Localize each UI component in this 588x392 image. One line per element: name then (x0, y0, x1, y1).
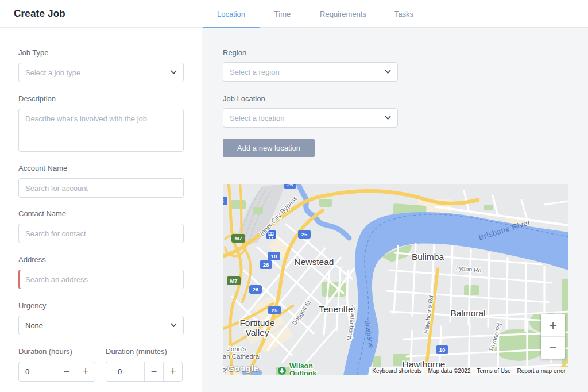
job-location-placeholder: Select a location (230, 114, 284, 122)
map-data-copyright: Map data ©2022 (425, 367, 474, 375)
suburb-label-bulimba: Bulimba (412, 252, 444, 262)
urgency-select[interactable]: None (18, 316, 184, 335)
create-job-screen: Create Job Job Type Select a job type De… (0, 0, 588, 392)
svg-text:10: 10 (439, 347, 446, 353)
tab-bar: Location Time Requirements Tasks (202, 0, 588, 28)
job-type-label: Job Type (18, 48, 49, 57)
suburb-label-teneriffe: Teneriffe (319, 304, 353, 314)
description-label: Description (18, 94, 56, 103)
poi-label-outlook: Outlook (289, 370, 316, 375)
hours-increment-button[interactable]: + (76, 362, 95, 381)
report-map-error-link[interactable]: Report a map error (514, 367, 568, 375)
job-type-select[interactable]: Select a job type (18, 63, 184, 82)
map-canvas: 26 25 10 26 26 25 10 5 (223, 184, 568, 375)
region-select[interactable]: Select a region (223, 62, 398, 82)
route-shield-25: 25 (298, 230, 311, 239)
chevron-down-icon (385, 70, 391, 74)
urgency-label: Urgency (18, 301, 46, 310)
urgency-value: None (25, 321, 43, 330)
add-new-location-button[interactable]: Add a new location (223, 139, 315, 157)
suburb-label-newstead: Newstead (295, 257, 334, 267)
duration-hours-value[interactable]: 0 (19, 362, 57, 381)
svg-text:25: 25 (301, 231, 308, 237)
page-title: Create Job (14, 8, 65, 20)
minutes-increment-button[interactable]: + (163, 362, 182, 381)
poi-label-wilson: Wilson (289, 362, 313, 370)
account-search-input[interactable] (18, 178, 184, 198)
chevron-down-icon (385, 116, 391, 120)
region-label: Region (223, 48, 246, 57)
poi-label-cathedral-2: can Cathedral (223, 353, 261, 360)
minutes-decrement-button[interactable]: − (144, 362, 163, 381)
route-shield-10: 10 (268, 252, 280, 260)
job-type-placeholder: Select a job type (25, 68, 80, 77)
create-job-panel: Create Job Job Type Select a job type De… (0, 0, 202, 392)
route-shield-26: 26 (260, 260, 272, 269)
svg-text:26: 26 (263, 262, 269, 268)
svg-text:M7: M7 (230, 278, 237, 284)
panel-header: Create Job (0, 0, 202, 28)
chevron-down-icon (171, 70, 177, 75)
description-textarea[interactable] (18, 109, 184, 152)
tab-time[interactable]: Time (260, 0, 305, 28)
hours-decrement-button[interactable]: − (57, 362, 76, 381)
chevron-down-icon (171, 323, 177, 328)
tab-tasks[interactable]: Tasks (381, 0, 427, 28)
region-placeholder: Select a region (230, 68, 280, 76)
suburb-label-valley: Valley (245, 328, 269, 337)
route-shield-26-top: 26 (284, 184, 296, 189)
route-shield-26-lower: 26 (249, 285, 262, 294)
contact-name-label: Contact Name (18, 209, 66, 218)
svg-text:10: 10 (271, 253, 277, 259)
zoom-in-button[interactable]: + (541, 314, 565, 336)
suburb-label-fortitude: Fortitude (239, 318, 274, 328)
duration-minutes-stepper: 0 − + (106, 362, 183, 382)
route-shield-m7: M7 (231, 234, 245, 243)
route-shield-10-east: 10 (436, 345, 448, 354)
route-shield-5-partial: 5 (223, 197, 227, 205)
svg-text:M7: M7 (234, 235, 242, 241)
google-map[interactable]: 26 25 10 26 26 25 10 5 (223, 184, 568, 375)
map-attribution: Keyboard shortcuts Map data ©2022 Terms … (369, 367, 568, 375)
address-search-input[interactable] (18, 270, 184, 289)
svg-text:26: 26 (253, 286, 259, 293)
job-location-select[interactable]: Select a location (223, 108, 398, 128)
tab-requirements[interactable]: Requirements (305, 0, 381, 28)
zoom-out-button[interactable]: − (541, 336, 565, 359)
location-tab-panel: Region Select a region Job Location Sele… (202, 28, 588, 392)
duration-hours-stepper: 0 − + (18, 362, 95, 382)
suburb-label-balmoral: Balmoral (450, 308, 485, 318)
map-zoom-control: + − (541, 314, 565, 359)
account-name-label: Account Name (18, 164, 67, 172)
duration-minutes-label: Duration (minutes) (106, 347, 167, 356)
address-label: Address (18, 255, 46, 264)
poi-label-cathedral-1: John's (227, 345, 246, 352)
terms-of-use-link[interactable]: Terms of Use (474, 367, 514, 375)
contact-search-input[interactable] (18, 224, 184, 243)
tab-location[interactable]: Location (202, 0, 260, 28)
duration-minutes-value[interactable]: 0 (111, 362, 144, 381)
route-shield-25-lower: 25 (268, 306, 281, 314)
keyboard-shortcuts-link[interactable]: Keyboard shortcuts (369, 367, 424, 375)
duration-hours-label: Duration (hours) (18, 347, 72, 356)
svg-text:25: 25 (272, 307, 278, 313)
google-logo[interactable]: Google (227, 363, 259, 373)
route-shield-m7-lower: M7 (227, 276, 241, 285)
svg-text:26: 26 (287, 184, 293, 187)
job-location-label: Job Location (223, 94, 265, 103)
